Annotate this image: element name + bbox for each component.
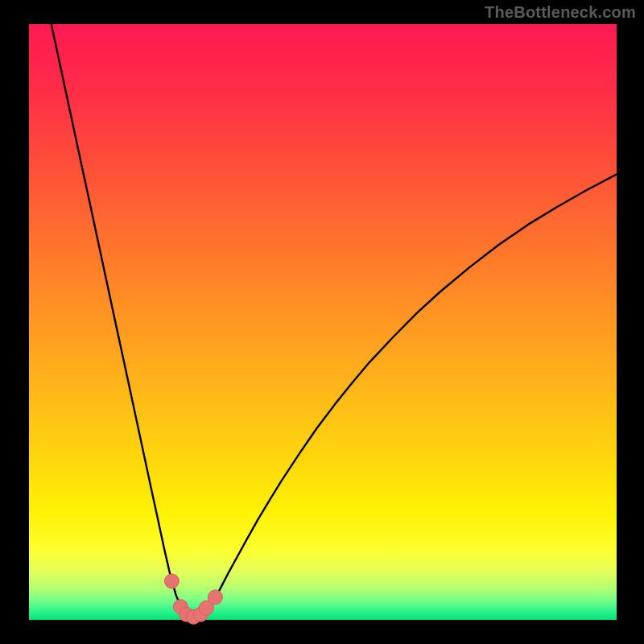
chart-svg [0, 0, 644, 644]
data-marker [208, 590, 222, 605]
data-marker [164, 574, 179, 588]
chart-stage: TheBottleneck.com [0, 0, 644, 644]
plot-background [29, 24, 617, 620]
